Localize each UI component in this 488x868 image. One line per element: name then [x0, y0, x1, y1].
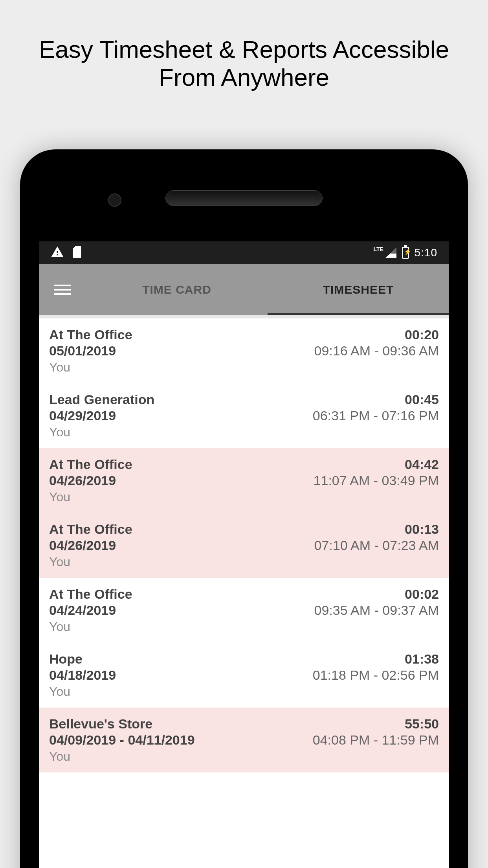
entry-date: 04/09/2019 - 04/11/2019 — [49, 732, 195, 748]
menu-button[interactable] — [39, 285, 86, 295]
entry-title: Hope — [49, 651, 116, 667]
entry-date: 05/01/2019 — [49, 343, 132, 359]
entry-left: At The Office04/26/2019You — [49, 457, 132, 504]
entry-left: At The Office04/24/2019You — [49, 587, 132, 634]
entry-title: Bellevue's Store — [49, 716, 195, 732]
timesheet-entry[interactable]: At The Office04/26/2019You04:4211:07 AM … — [39, 448, 449, 513]
entry-right: 00:1307:10 AM - 07:23 AM — [314, 522, 439, 553]
entry-user: You — [49, 490, 132, 504]
entry-title: At The Office — [49, 457, 132, 472]
entry-left: At The Office05/01/2019You — [49, 327, 132, 375]
entry-duration: 00:02 — [405, 587, 439, 602]
tabs-container: TIME CARD TIMESHEET — [86, 264, 449, 315]
entry-time-range: 04:08 PM - 11:59 PM — [313, 732, 439, 748]
timesheet-entry[interactable]: At The Office05/01/2019You00:2009:16 AM … — [39, 318, 449, 383]
entry-time-range: 09:35 AM - 09:37 AM — [314, 603, 439, 618]
signal-icon: LTE — [385, 248, 396, 258]
camera-dot — [108, 193, 121, 207]
phone-screen: LTE 5:10 TIME CARD TIMESHEET — [39, 241, 449, 868]
entry-date: 04/29/2019 — [49, 408, 154, 423]
entry-duration: 01:38 — [405, 651, 439, 667]
entry-right: 04:4211:07 AM - 03:49 PM — [314, 457, 439, 488]
entry-user: You — [49, 684, 116, 699]
entry-right: 01:3801:18 PM - 02:56 PM — [313, 651, 439, 683]
entry-user: You — [49, 749, 195, 764]
entry-time-range: 01:18 PM - 02:56 PM — [313, 668, 439, 683]
entry-date: 04/26/2019 — [49, 538, 132, 553]
entry-left: Bellevue's Store04/09/2019 - 04/11/2019Y… — [49, 716, 195, 764]
entry-user: You — [49, 360, 132, 375]
battery-charging-icon — [402, 247, 409, 259]
entry-right: 00:4506:31 PM - 07:16 PM — [313, 392, 439, 423]
status-right: LTE 5:10 — [385, 246, 438, 259]
entry-title: Lead Generation — [49, 392, 154, 407]
tab-timesheet[interactable]: TIMESHEET — [268, 264, 449, 315]
speaker-grille — [165, 190, 323, 206]
timesheet-entry[interactable]: Hope04/18/2019You01:3801:18 PM - 02:56 P… — [39, 643, 449, 708]
phone-frame: LTE 5:10 TIME CARD TIMESHEET — [20, 149, 468, 868]
entry-duration: 00:45 — [405, 392, 439, 407]
entry-title: At The Office — [49, 587, 132, 602]
entry-title: At The Office — [49, 522, 132, 537]
timesheet-entry[interactable]: Bellevue's Store04/09/2019 - 04/11/2019Y… — [39, 708, 449, 772]
entry-duration: 55:50 — [405, 716, 439, 732]
entry-right: 00:0209:35 AM - 09:37 AM — [314, 587, 439, 618]
entry-date: 04/26/2019 — [49, 473, 132, 488]
entry-right: 55:5004:08 PM - 11:59 PM — [313, 716, 439, 748]
entry-time-range: 07:10 AM - 07:23 AM — [314, 538, 439, 553]
phone-inner: LTE 5:10 TIME CARD TIMESHEET — [29, 159, 459, 868]
entry-time-range: 06:31 PM - 07:16 PM — [313, 408, 439, 423]
phone-top — [29, 159, 459, 237]
entry-time-range: 11:07 AM - 03:49 PM — [314, 473, 439, 488]
tab-timecard[interactable]: TIME CARD — [86, 264, 268, 315]
entry-left: At The Office04/26/2019You — [49, 522, 132, 569]
status-bar: LTE 5:10 — [39, 241, 449, 264]
status-left — [51, 245, 82, 260]
entry-date: 04/18/2019 — [49, 668, 116, 683]
timesheet-entry[interactable]: Lead Generation04/29/2019You00:4506:31 P… — [39, 383, 449, 448]
sd-card-icon — [73, 246, 82, 260]
separator — [39, 315, 449, 318]
marketing-headline: Easy Timesheet & Reports Accessible From… — [0, 0, 488, 107]
entry-left: Hope04/18/2019You — [49, 651, 116, 699]
timesheet-entries: At The Office05/01/2019You00:2009:16 AM … — [39, 318, 449, 772]
entry-time-range: 09:16 AM - 09:36 AM — [314, 343, 439, 359]
lte-label: LTE — [374, 246, 383, 252]
timesheet-entry[interactable]: At The Office04/24/2019You00:0209:35 AM … — [39, 578, 449, 643]
entry-duration: 00:20 — [405, 327, 439, 342]
entry-right: 00:2009:16 AM - 09:36 AM — [314, 327, 439, 359]
entry-duration: 04:42 — [405, 457, 439, 472]
entry-date: 04/24/2019 — [49, 603, 132, 618]
warning-icon — [51, 245, 64, 260]
clock-time: 5:10 — [415, 246, 438, 259]
entry-user: You — [49, 555, 132, 569]
hamburger-icon — [54, 285, 71, 295]
entry-title: At The Office — [49, 327, 132, 342]
entry-user: You — [49, 620, 132, 634]
entry-left: Lead Generation04/29/2019You — [49, 392, 154, 440]
entry-duration: 00:13 — [405, 522, 439, 537]
app-bar: TIME CARD TIMESHEET — [39, 264, 449, 315]
timesheet-entry[interactable]: At The Office04/26/2019You00:1307:10 AM … — [39, 513, 449, 578]
entry-user: You — [49, 425, 154, 440]
